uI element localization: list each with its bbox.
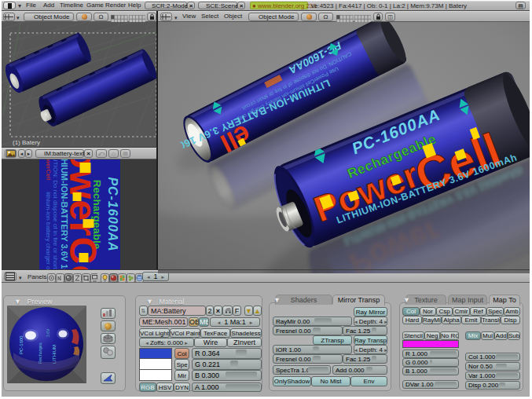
svg-text:3.6V: 3.6V: [46, 328, 50, 337]
svg-text:PC-1600AA: PC-1600AA: [106, 177, 119, 251]
svg-text:(1) Batery: (1) Batery: [13, 139, 40, 146]
svg-text:LITHIUM-ION-BATTERY 3.6V 160: LITHIUM-ION-BATTERY 3.6V 1600: [60, 159, 69, 270]
svg-text:LITHIUM: LITHIUM: [52, 345, 57, 364]
svg-text:Rechargea: Rechargea: [38, 342, 42, 364]
svg-text:PC-1600: PC-1600: [19, 335, 24, 354]
svg-text:PowerCell: PowerCell: [45, 159, 52, 180]
svg-text:CAUTION: Do not dispose of in: CAUTION: Do not dispose of in fire or sh…: [52, 159, 59, 270]
svg-text:lithium-ion battery charger on: lithium-ion battery charger only: [45, 192, 52, 270]
